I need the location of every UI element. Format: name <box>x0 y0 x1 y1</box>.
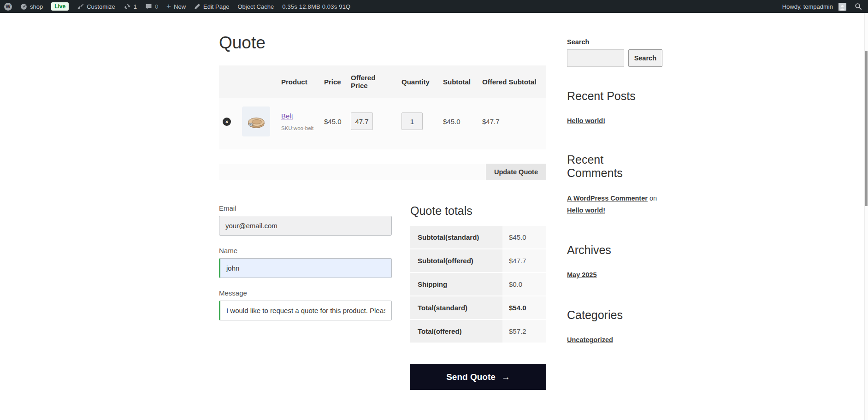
name-label: Name <box>219 247 392 254</box>
comment-author-link[interactable]: A WordPress Commenter <box>567 195 648 202</box>
quote-totals-heading: Quote totals <box>410 204 546 218</box>
remove-column-header <box>219 65 238 98</box>
product-subtotal: $45.0 <box>439 98 478 149</box>
email-label: Email <box>219 204 392 212</box>
send-quote-button[interactable]: Send Quote → <box>410 364 546 390</box>
recent-comments-heading: Recent Comments <box>567 153 662 180</box>
offered-subtotal-column-header: Offered Subtotal <box>478 65 546 98</box>
totals-value: $45.0 <box>502 226 546 249</box>
product-thumbnail <box>242 106 270 136</box>
search-input[interactable] <box>567 49 624 67</box>
admin-search[interactable] <box>850 0 868 13</box>
product-sku: SKU:woo-belt <box>281 125 317 131</box>
quote-items-table: Product Price Offered Price Quantity Sub… <box>219 65 546 149</box>
wordpress-logo-icon: W <box>4 3 12 11</box>
remove-item-icon[interactable]: × <box>223 118 231 126</box>
update-count: 1 <box>134 3 137 10</box>
page-scrollbar[interactable] <box>864 13 868 420</box>
performance-stats[interactable]: 0.35s 12.8MB 0.03s 91Q <box>278 0 354 13</box>
sidebar: Search Search Recent Posts Hello world! … <box>567 13 662 420</box>
thumbnail-column-header <box>238 65 278 98</box>
arrow-right-icon: → <box>502 372 510 382</box>
totals-label: Total(standard) <box>410 296 502 319</box>
table-header-row: Product Price Offered Price Quantity Sub… <box>219 65 546 98</box>
name-field[interactable] <box>219 258 392 278</box>
customize-menu[interactable]: Customize <box>73 0 119 13</box>
offered-price-input[interactable] <box>351 112 373 130</box>
totals-label: Shipping <box>410 272 502 296</box>
update-refresh-icon <box>124 3 131 10</box>
object-cache-label: Object Cache <box>237 3 274 10</box>
search-widget-label: Search <box>567 38 662 46</box>
archives-heading: Archives <box>567 243 662 257</box>
comment-post-link[interactable]: Hello world! <box>567 207 605 214</box>
quote-request-form: Email Name Message <box>219 204 392 390</box>
quote-totals-table: Subtotal(standard) $45.0 Subtotal(offere… <box>410 226 546 343</box>
quantity-column-header: Quantity <box>398 65 439 98</box>
site-name-label: shop <box>30 3 43 10</box>
totals-label: Total(offered) <box>410 319 502 343</box>
new-content-menu[interactable]: + New <box>162 0 190 13</box>
search-widget: Search Search <box>567 38 662 67</box>
quote-totals-section: Quote totals Subtotal(standard) $45.0 Su… <box>410 204 546 390</box>
comment-on-text: on <box>650 195 657 202</box>
scrollbar-thumb[interactable] <box>865 51 868 206</box>
totals-value: $54.0 <box>502 296 546 319</box>
totals-label: Subtotal(offered) <box>410 249 502 272</box>
price-column-header: Price <box>320 65 347 98</box>
search-icon <box>855 3 862 10</box>
product-column-header: Product <box>278 65 320 98</box>
comment-count: 0 <box>155 3 158 10</box>
product-offered-subtotal: $47.7 <box>478 98 546 149</box>
howdy-label: Howdy, tempadmin <box>779 3 836 10</box>
my-account-menu[interactable]: Howdy, tempadmin <box>775 0 850 13</box>
object-cache-menu[interactable]: Object Cache <box>233 0 278 13</box>
category-link[interactable]: Uncategorized <box>567 336 613 343</box>
edit-page-label: Edit Page <box>203 3 229 10</box>
totals-value: $57.2 <box>502 319 546 343</box>
customize-label: Customize <box>87 3 115 10</box>
wp-admin-bar: W shop Live Customize <box>0 0 868 13</box>
paintbrush-icon <box>77 3 84 10</box>
recent-post-link[interactable]: Hello world! <box>567 117 605 124</box>
totals-value: $47.7 <box>502 249 546 272</box>
totals-row: Subtotal(offered) $47.7 <box>410 249 546 272</box>
comment-bubble-icon <box>145 3 152 10</box>
new-label: New <box>174 3 186 10</box>
update-quote-button[interactable]: Update Quote <box>486 164 546 180</box>
search-button[interactable]: Search <box>628 49 662 67</box>
recent-comment-item: A WordPress Commenter on Hello world! <box>567 192 662 216</box>
plus-icon: + <box>166 2 171 11</box>
archive-link[interactable]: May 2025 <box>567 271 597 278</box>
comments-menu[interactable]: 0 <box>141 0 162 13</box>
send-quote-label: Send Quote <box>446 372 496 382</box>
quote-item-row: × <box>219 98 546 149</box>
totals-row: Subtotal(standard) $45.0 <box>410 226 546 249</box>
totals-label: Subtotal(standard) <box>410 226 502 249</box>
message-field[interactable] <box>219 301 392 320</box>
content-container: Quote Product Price Offered Price Quanti… <box>219 13 662 420</box>
recent-posts-heading: Recent Posts <box>567 89 662 103</box>
totals-row: Total(standard) $54.0 <box>410 296 546 319</box>
totals-value: $0.0 <box>502 272 546 296</box>
dashboard-gauge-icon <box>20 3 27 10</box>
quote-actions-bar: Update Quote <box>219 164 546 180</box>
avatar <box>838 3 846 11</box>
product-name-link[interactable]: Belt <box>281 112 293 120</box>
page-title: Quote <box>219 33 546 53</box>
email-field[interactable] <box>219 216 392 236</box>
categories-heading: Categories <box>567 308 662 322</box>
quantity-input[interactable] <box>402 112 423 130</box>
performance-stats-text: 0.35s 12.8MB 0.03s 91Q <box>282 3 350 10</box>
updates-menu[interactable]: 1 <box>119 0 141 13</box>
live-status[interactable]: Live <box>47 0 73 13</box>
pencil-icon <box>194 3 201 10</box>
edit-page-menu[interactable]: Edit Page <box>190 0 233 13</box>
product-price: $45.0 <box>320 98 347 149</box>
wp-logo-menu[interactable]: W <box>0 0 16 13</box>
live-badge: Live <box>51 2 69 11</box>
offered-price-column-header: Offered Price <box>347 65 398 98</box>
subtotal-column-header: Subtotal <box>439 65 478 98</box>
message-label: Message <box>219 289 392 297</box>
site-name-menu[interactable]: shop <box>16 0 47 13</box>
